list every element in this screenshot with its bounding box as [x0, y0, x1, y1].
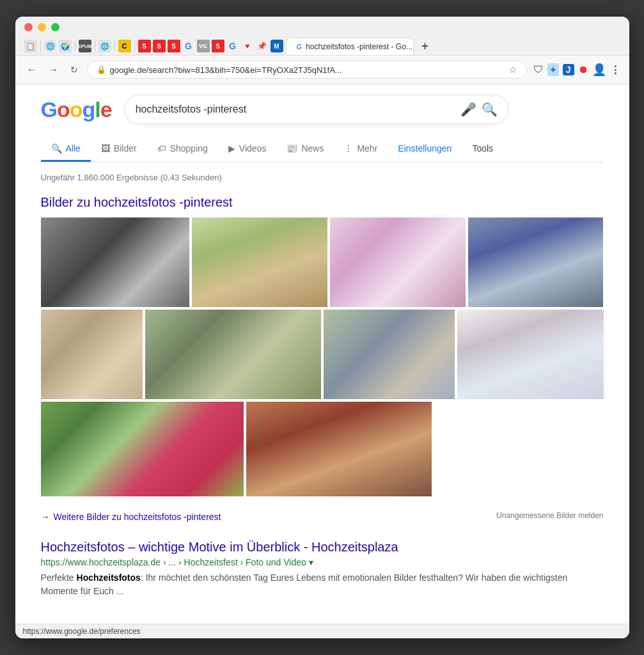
minimize-button[interactable]: [38, 23, 46, 31]
browser-window: 📋 🌐 🌍 EPUB 🌐 C S S S G VG S G ♥ 📌: [15, 17, 629, 638]
nav-label-shopping: Shopping: [170, 143, 208, 154]
image-thumb-6[interactable]: [145, 310, 320, 399]
video-nav-icon: ▶: [228, 143, 235, 154]
search-nav: 🔍 Alle 🖼 Bilder 🏷 Shopping ▶ Videos 📰 Ne…: [41, 137, 604, 162]
menu-icon[interactable]: ⋮: [610, 64, 620, 76]
nav-item-einstellungen[interactable]: Einstellungen: [388, 137, 462, 162]
result-count: Ungefähr 1.860.000 Ergebnisse (0,43 Seku…: [41, 173, 604, 182]
tab-icon-globe2: 🌍: [59, 40, 72, 52]
ext-plus[interactable]: +: [547, 63, 558, 76]
tab-icon-s1: S: [138, 40, 151, 52]
tab-icon-m: M: [271, 40, 283, 52]
address-box[interactable]: 🔒 google.de/search?biw=813&bih=750&ei=TR…: [87, 61, 528, 79]
mehr-nav-icon: ⋮: [344, 143, 353, 154]
shopping-nav-icon: 🏷: [157, 143, 166, 154]
reload-button[interactable]: ↻: [68, 63, 81, 76]
bookmark-icon[interactable]: ☆: [509, 65, 517, 75]
image-thumb-7[interactable]: [324, 310, 455, 399]
image-row-2: [41, 310, 604, 399]
nav-label-bilder: Bilder: [114, 143, 137, 154]
back-button[interactable]: ←: [24, 63, 40, 77]
nav-item-shopping[interactable]: 🏷 Shopping: [147, 137, 218, 162]
microphone-icon[interactable]: 🎤: [460, 102, 476, 117]
image-thumb-2[interactable]: [192, 217, 327, 307]
image-thumb-3[interactable]: [330, 217, 466, 307]
tab-icon-s4: S: [212, 40, 224, 52]
ext-shield: 🛡: [533, 64, 544, 75]
tab-icon-vg: VG: [197, 40, 210, 52]
close-button[interactable]: [24, 23, 33, 31]
more-images-text: Weitere Bilder zu hochzeitsfotos -pinter…: [54, 512, 221, 522]
tab-icon-g1: G: [182, 40, 195, 52]
title-bar: 📋 🌐 🌍 EPUB 🌐 C S S S G VG S G ♥ 📌: [15, 17, 629, 56]
forward-button[interactable]: →: [46, 63, 61, 77]
organic-result-1: Hochzeitsfotos – wichtige Motive im Über…: [41, 540, 604, 598]
nav-label-videos: Videos: [239, 143, 267, 154]
google-content: Google hochzeitsfotos -pinterest 🎤 🔍 🔍 A…: [15, 84, 629, 624]
result-url-text[interactable]: https://www.hochzeitsplaza.de › ... › Ho…: [41, 557, 306, 567]
image-thumb-8[interactable]: [457, 310, 603, 399]
account-icon[interactable]: 👤: [592, 63, 606, 77]
images-nav-icon: 🖼: [101, 143, 110, 154]
result-dropdown-icon[interactable]: ▾: [309, 557, 313, 567]
image-thumb-4[interactable]: [468, 217, 604, 307]
nav-item-videos[interactable]: ▶ Videos: [218, 137, 277, 162]
tabs-row: 📋 🌐 🌍 EPUB 🌐 C S S S G VG S G ♥ 📌: [24, 38, 620, 55]
new-tab-button[interactable]: +: [419, 40, 432, 52]
tab-icon-s2: S: [153, 40, 166, 52]
traffic-lights: [24, 23, 620, 31]
ext-j[interactable]: J: [563, 64, 574, 75]
tab-icon-s3: S: [168, 40, 180, 52]
google-logo: Google: [41, 97, 112, 122]
arrow-right-icon: →: [41, 512, 50, 522]
tab-title: hochzeitsfotos -pinterest - Go...: [306, 42, 412, 51]
search-bar[interactable]: hochzeitsfotos -pinterest 🎤 🔍: [125, 95, 508, 124]
report-images-link[interactable]: Unangemessene Bilder melden: [496, 511, 603, 520]
image-thumb-9[interactable]: [41, 402, 244, 496]
tab-icon-pin: 📌: [256, 40, 269, 52]
nav-item-bilder[interactable]: 🖼 Bilder: [91, 137, 147, 162]
result-title[interactable]: Hochzeitsfotos – wichtige Motive im Über…: [41, 540, 604, 555]
image-row-3: [41, 402, 604, 496]
lock-icon: 🔒: [97, 65, 106, 74]
status-url: https://www.google.de/preferences: [23, 627, 141, 636]
nav-item-mehr[interactable]: ⋮ Mehr: [334, 137, 388, 162]
tab-icon-g2: G: [226, 40, 239, 52]
nav-label-einstellungen: Einstellungen: [398, 143, 452, 154]
active-tab[interactable]: G hochzeitsfotos -pinterest - Go... ✕: [286, 38, 414, 55]
tab-icon-globe: 🌐: [44, 40, 57, 52]
url-text: google.de/search?biw=813&bih=750&ei=TRyO…: [110, 65, 506, 75]
image-thumb-10[interactable]: [246, 402, 432, 496]
tab-icon-note: 📋: [24, 40, 37, 52]
tab-icon-c: C: [118, 40, 131, 52]
image-thumb-5[interactable]: [41, 310, 143, 399]
nav-label-mehr: Mehr: [357, 143, 377, 154]
browser-extensions: 🛡 + J ⏺ 👤 ⋮: [533, 63, 620, 77]
image-thumb-1[interactable]: [41, 217, 190, 307]
more-images-row: → Weitere Bilder zu hochzeitsfotos -pint…: [41, 507, 604, 525]
image-row-1: [41, 217, 604, 307]
news-nav-icon: 📰: [287, 143, 297, 154]
maximize-button[interactable]: [51, 23, 59, 31]
tab-icon-heart: ♥: [241, 40, 254, 52]
result-url: https://www.hochzeitsplaza.de › ... › Ho…: [41, 557, 604, 567]
nav-label-alle: Alle: [66, 143, 81, 154]
more-images-link[interactable]: → Weitere Bilder zu hochzeitsfotos -pint…: [41, 512, 221, 522]
search-input: hochzeitsfotos -pinterest: [136, 104, 455, 115]
google-header: Google hochzeitsfotos -pinterest 🎤 🔍: [41, 95, 604, 124]
search-icon[interactable]: 🔍: [482, 102, 498, 117]
nav-item-tools[interactable]: Tools: [462, 137, 503, 162]
result-snippet: Perfekte Hochzeitsfotos: Ihr möchtet den…: [41, 571, 604, 598]
status-bar: https://www.google.de/preferences: [15, 624, 629, 638]
search-nav-icon: 🔍: [51, 143, 62, 154]
image-grid: [41, 217, 604, 496]
nav-label-tools: Tools: [472, 143, 493, 154]
tab-icon-epub: EPUB: [79, 40, 91, 52]
ext-record[interactable]: ⏺: [578, 64, 588, 75]
tab-favicon: G: [297, 42, 302, 51]
nav-item-alle[interactable]: 🔍 Alle: [41, 137, 91, 162]
tab-icon-globe3: 🌐: [98, 40, 111, 52]
nav-label-news: News: [301, 143, 324, 154]
images-section-heading[interactable]: Bilder zu hochzeitsfotos -pinterest: [41, 195, 604, 210]
nav-item-news[interactable]: 📰 News: [276, 137, 334, 162]
